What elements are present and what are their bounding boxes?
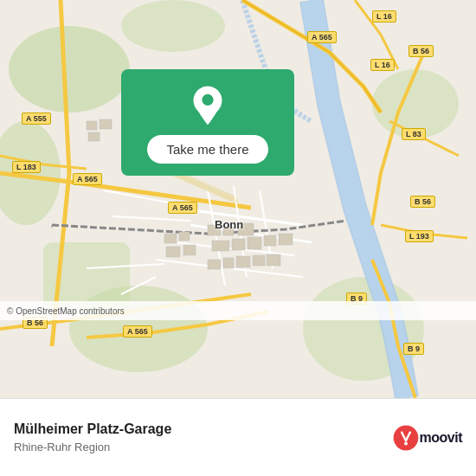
road-label-l16-mid: L 16 bbox=[370, 59, 395, 71]
svg-rect-23 bbox=[212, 241, 229, 251]
attribution-text: © OpenStreetMap contributors bbox=[7, 306, 125, 316]
svg-rect-35 bbox=[253, 255, 265, 266]
svg-rect-26 bbox=[264, 235, 276, 246]
road-label-a565-lower: A 565 bbox=[123, 325, 152, 338]
svg-rect-34 bbox=[236, 256, 250, 267]
svg-rect-31 bbox=[183, 245, 196, 255]
moovit-icon bbox=[392, 424, 420, 452]
road-label-a565-mid: A 565 bbox=[168, 202, 197, 214]
road-label-l183: L 183 bbox=[12, 161, 41, 173]
svg-point-1 bbox=[9, 26, 130, 113]
svg-rect-28 bbox=[164, 234, 177, 243]
svg-rect-36 bbox=[267, 254, 280, 266]
svg-rect-30 bbox=[166, 247, 180, 257]
svg-rect-25 bbox=[248, 237, 261, 249]
svg-rect-24 bbox=[232, 239, 245, 250]
svg-rect-39 bbox=[88, 132, 100, 141]
road-label-b56-top: B 56 bbox=[408, 45, 434, 57]
svg-rect-38 bbox=[100, 119, 112, 129]
attribution-bar: © OpenStreetMap contributors bbox=[0, 301, 476, 320]
road-label-l83: L 83 bbox=[402, 128, 426, 140]
svg-rect-29 bbox=[179, 232, 190, 241]
svg-point-43 bbox=[404, 441, 408, 445]
road-label-b56-mid-right: B 56 bbox=[410, 196, 435, 208]
svg-point-42 bbox=[393, 426, 418, 451]
svg-rect-33 bbox=[223, 258, 234, 268]
svg-point-41 bbox=[202, 94, 213, 106]
svg-rect-32 bbox=[208, 260, 221, 269]
moovit-text: moovit bbox=[420, 430, 462, 446]
svg-point-3 bbox=[121, 0, 225, 52]
moovit-logo: moovit bbox=[392, 424, 462, 452]
road-label-l193: L 193 bbox=[405, 230, 434, 242]
svg-rect-27 bbox=[279, 234, 293, 245]
map-container: L 16 A 565 B 56 L 16 A 555 L 83 L 183 A … bbox=[0, 0, 476, 398]
svg-rect-37 bbox=[87, 121, 97, 130]
bottom-bar: Mülheimer Platz-Garage Rhine-Ruhr Region… bbox=[0, 398, 476, 476]
location-panel: Take me there bbox=[121, 69, 294, 176]
city-label: Bonn bbox=[215, 218, 243, 231]
take-me-there-button[interactable]: Take me there bbox=[147, 135, 267, 164]
road-label-b9-lower: B 9 bbox=[403, 343, 424, 355]
map-pin-icon bbox=[187, 85, 228, 126]
road-label-a565-mid-left: A 565 bbox=[73, 173, 102, 185]
map-background bbox=[0, 0, 476, 398]
road-label-a555: A 555 bbox=[22, 113, 51, 125]
road-label-l16-top: L 16 bbox=[372, 10, 396, 23]
road-label-a565-top: A 565 bbox=[307, 31, 337, 43]
